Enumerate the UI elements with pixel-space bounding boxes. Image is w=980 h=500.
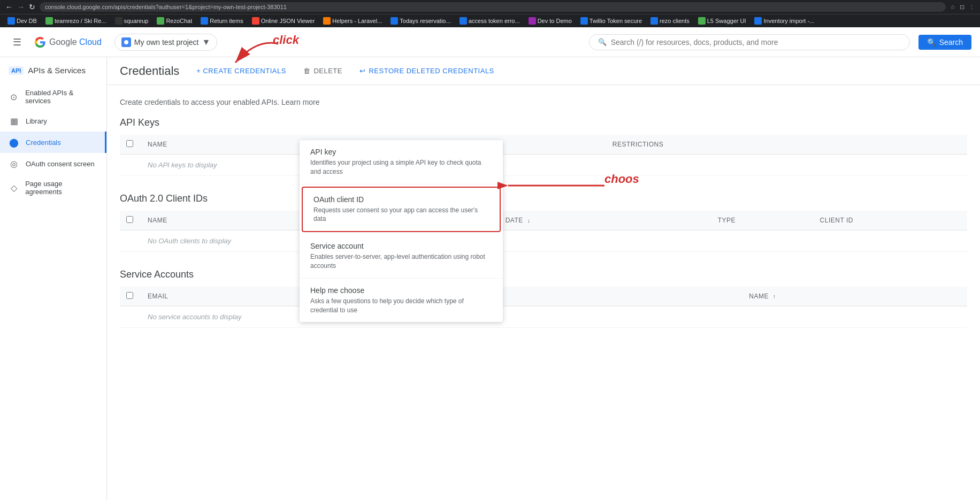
oauth-icon: ◎ [9, 158, 19, 169]
bookmark-rezoclients[interactable]: rezo clients [647, 16, 693, 26]
help-choose-desc: Asks a few questions to help you decide … [310, 297, 492, 315]
sidebar-label-page-usage: Page usage agreements [25, 180, 98, 196]
restore-label: RESTORE DELETED CREDENTIALS [369, 67, 494, 75]
restore-icon: ↩ [359, 67, 366, 75]
service-check-col [120, 287, 141, 306]
toolbar: Credentials + CREATE CREDENTIALS 🗑 DELET… [107, 57, 980, 85]
library-icon: ▦ [9, 116, 19, 126]
service-sort-icon: ↑ [773, 293, 776, 299]
page-usage-icon: ◇ [9, 182, 19, 193]
sidebar-label-oauth: OAuth consent screen [26, 160, 95, 168]
oauth-check-col [120, 211, 141, 230]
url-bar[interactable]: console.cloud.google.com/apis/credential… [40, 2, 946, 12]
sidebar-item-page-usage[interactable]: ◇ Page usage agreements [0, 174, 106, 201]
service-account-title: Service account [310, 242, 492, 250]
project-name: My own test project [134, 38, 199, 47]
bookmark-teamrezo[interactable]: teamrezo / Ski Re... [42, 16, 110, 26]
service-account-desc: Enables server-to-server, app-level auth… [310, 252, 492, 271]
search-bar[interactable]: 🔍 [589, 34, 910, 50]
nav-forward[interactable]: → [17, 3, 25, 11]
oauth-section: OAuth 2.0 Client IDs Name Creation date … [120, 193, 967, 252]
dropdown-item-service-account[interactable]: Service account Enables server-to-server… [300, 234, 503, 279]
menu-icon[interactable]: ☰ [9, 32, 26, 52]
main-layout: API APIs & Services ⊙ Enabled APIs & ser… [0, 57, 980, 500]
dropdown-item-help-choose[interactable]: Help me choose Asks a few questions to h… [300, 279, 503, 322]
service-accounts-title: Service Accounts [120, 269, 967, 280]
oauth-empty-row: No OAuth clients to display [120, 230, 967, 252]
project-chevron-icon: ▼ [202, 37, 210, 47]
bookmark-dev-db[interactable]: Dev DB [4, 16, 40, 26]
bookmark-rezochat[interactable]: RezoChat [154, 16, 195, 26]
content-area: Credentials + CREATE CREDENTIALS 🗑 DELET… [107, 57, 980, 500]
bookmarks-bar: Dev DB teamrezo / Ski Re... squareup Rez… [0, 14, 980, 27]
bookmark-json[interactable]: Online JSON Viewer [249, 16, 318, 26]
bookmark-inventory[interactable]: Inventory import -... [751, 16, 817, 26]
page-title: Credentials [120, 64, 179, 78]
api-key-title: API key [310, 148, 492, 156]
search-button[interactable]: 🔍 Search [918, 35, 971, 50]
api-keys-title: API Keys [120, 117, 967, 128]
bookmark-access[interactable]: access token erro... [456, 16, 523, 26]
oauth-client-id-title: OAuth client ID [313, 195, 489, 204]
api-keys-table: Name Restrictions No API keys to display [120, 135, 967, 176]
google-logo-icon [34, 36, 46, 48]
bookmark-squareup[interactable]: squareup [112, 16, 152, 26]
sidebar-title: APIs & Services [28, 66, 86, 75]
service-name-col: Name ↑ [742, 287, 967, 306]
bookmark-swagger[interactable]: L5 Swagger UI [695, 16, 749, 26]
enabled-apis-icon: ⊙ [9, 91, 19, 102]
oauth-title: OAuth 2.0 Client IDs [120, 193, 967, 204]
search-btn-icon: 🔍 [927, 38, 936, 47]
service-accounts-section: Service Accounts Email Name ↑ [120, 269, 967, 328]
api-key-desc: Identifies your project using a simple A… [310, 158, 492, 176]
api-keys-check-col [120, 135, 141, 155]
project-icon [121, 37, 131, 47]
nav-refresh[interactable]: ↻ [29, 3, 35, 11]
bookmark-todays[interactable]: Todays reservatio... [387, 16, 454, 26]
create-credentials-button[interactable]: + CREATE CREDENTIALS [192, 64, 290, 78]
delete-icon: 🗑 [303, 67, 311, 75]
service-accounts-table: Email Name ↑ No service accounts to disp… [120, 287, 967, 328]
service-empty-row: No service accounts to display [120, 306, 967, 328]
delete-button[interactable]: 🗑 DELETE [299, 64, 347, 78]
logo-text: Google Cloud [49, 37, 102, 47]
sidebar-api-header: API APIs & Services [0, 61, 106, 83]
api-keys-select-all[interactable] [126, 140, 133, 147]
oauth-table: Name Creation date ↓ Type Client ID [120, 211, 967, 252]
service-select-all[interactable] [126, 292, 133, 299]
api-keys-restrictions-col: Restrictions [606, 135, 967, 155]
search-icon: 🔍 [598, 38, 607, 46]
sidebar-label-enabled-apis: Enabled APIs & services [25, 89, 98, 105]
help-choose-title: Help me choose [310, 286, 492, 295]
sidebar-label-credentials: Credentials [26, 139, 61, 147]
sidebar-label-library: Library [26, 117, 47, 125]
sidebar-item-library[interactable]: ▦ Library [0, 110, 106, 132]
main-body: Create credentials to access your enable… [107, 85, 980, 358]
google-cloud-logo: Google Cloud [34, 36, 102, 48]
dropdown-item-api-key[interactable]: API key Identifies your project using a … [300, 140, 503, 184]
oauth-select-all[interactable] [126, 216, 133, 223]
oauth-type-col: Type [711, 211, 814, 230]
sidebar-item-enabled-apis[interactable]: ⊙ Enabled APIs & services [0, 83, 106, 110]
restore-button[interactable]: ↩ RESTORE DELETED CREDENTIALS [355, 64, 499, 78]
search-input[interactable] [611, 38, 901, 47]
api-keys-empty-row: No API keys to display [120, 155, 967, 176]
project-selector[interactable]: My own test project ▼ [114, 34, 217, 51]
api-keys-section: API Keys Name Restrictions [120, 117, 967, 176]
nav-back[interactable]: ← [5, 3, 13, 11]
bookmark-return[interactable]: Return items [197, 16, 246, 26]
intro-text: Create credentials to access your enable… [120, 98, 967, 106]
sidebar-item-credentials[interactable]: ⬤ Credentials [0, 132, 106, 153]
bookmark-devdemo[interactable]: Dev to Demo [525, 16, 575, 26]
sidebar-item-oauth[interactable]: ◎ OAuth consent screen [0, 153, 106, 174]
bookmark-helpers[interactable]: Helpers - Laravel... [320, 16, 385, 26]
header: ☰ Google Cloud My own test project ▼ 🔍 🔍… [0, 27, 980, 57]
browser-bar: ← → ↻ console.cloud.google.com/apis/cred… [0, 0, 980, 14]
credentials-icon: ⬤ [9, 137, 19, 148]
browser-icons: ☆⊡⋮ [950, 4, 975, 11]
sidebar: API APIs & Services ⊙ Enabled APIs & ser… [0, 57, 107, 500]
oauth-clientid-col: Client ID [814, 211, 967, 230]
sort-icon: ↓ [527, 217, 531, 224]
bookmark-twillio[interactable]: Twillio Token secure [577, 16, 645, 26]
dropdown-item-oauth-client-id[interactable]: OAuth client ID Requests user consent so… [302, 187, 501, 233]
